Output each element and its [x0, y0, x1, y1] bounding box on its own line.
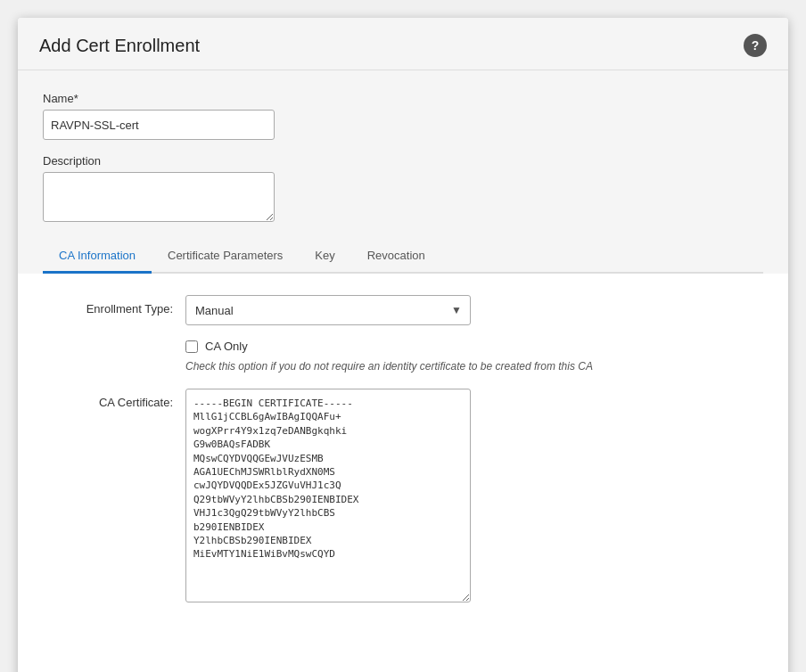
ca-only-checkbox[interactable]: [185, 340, 198, 353]
ca-only-hint: Check this option if you do not require …: [185, 358, 738, 374]
tab-content-ca-information: Enrollment Type: Manual SCEP EST PKCS12 …: [18, 274, 788, 627]
enrollment-type-select-wrapper: Manual SCEP EST PKCS12 ▼: [185, 295, 471, 325]
ca-only-spacer: [43, 340, 185, 347]
dialog-title: Add Cert Enrollment: [39, 36, 200, 56]
tab-certificate-parameters[interactable]: Certificate Parameters: [152, 240, 299, 274]
help-icon[interactable]: ?: [744, 34, 767, 57]
tabs-container: CA Information Certificate Parameters Ke…: [43, 240, 763, 274]
ca-only-checkbox-row: CA Only: [185, 340, 763, 353]
enrollment-type-row: Enrollment Type: Manual SCEP EST PKCS12 …: [43, 295, 763, 325]
enrollment-type-select[interactable]: Manual SCEP EST PKCS12: [185, 295, 471, 325]
ca-only-row: CA Only Check this option if you do not …: [43, 340, 763, 374]
dialog-body: Name* Description CA Information Certifi…: [18, 70, 788, 274]
enrollment-type-label: Enrollment Type:: [43, 295, 185, 316]
ca-only-content: CA Only Check this option if you do not …: [185, 340, 763, 374]
ca-certificate-row: CA Certificate: -----BEGIN CERTIFICATE--…: [43, 389, 763, 606]
tab-ca-information[interactable]: CA Information: [43, 240, 152, 274]
ca-certificate-textarea[interactable]: -----BEGIN CERTIFICATE----- MllG1jCCBL6g…: [185, 389, 471, 602]
ca-only-label[interactable]: CA Only: [205, 340, 248, 353]
tab-revocation[interactable]: Revocation: [351, 240, 441, 274]
tab-key[interactable]: Key: [299, 240, 350, 274]
enrollment-type-content: Manual SCEP EST PKCS12 ▼: [185, 295, 763, 325]
description-input[interactable]: [43, 172, 275, 222]
name-group: Name*: [43, 92, 763, 140]
description-label: Description: [43, 154, 763, 168]
description-group: Description: [43, 154, 763, 225]
add-cert-enrollment-dialog: Add Cert Enrollment ? Name* Description …: [18, 18, 788, 672]
name-input[interactable]: [43, 110, 275, 140]
ca-certificate-content: -----BEGIN CERTIFICATE----- MllG1jCCBL6g…: [185, 389, 763, 606]
name-label: Name*: [43, 92, 763, 105]
dialog-header: Add Cert Enrollment ?: [18, 18, 788, 70]
ca-certificate-label: CA Certificate:: [43, 389, 185, 409]
